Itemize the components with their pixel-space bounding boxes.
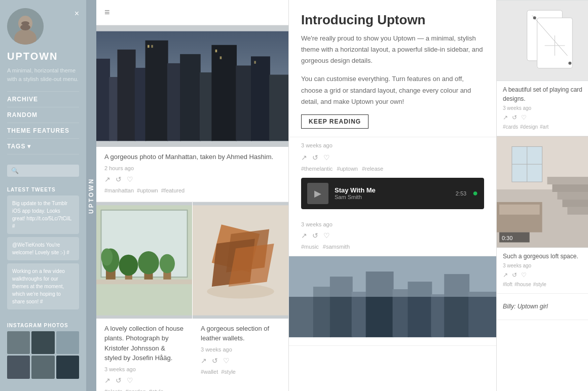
tweet-1: Big update to the Tumblr iOS app today. …	[7, 196, 79, 234]
tag-art[interactable]: #art	[540, 124, 548, 130]
plants-body: A lovely collection of house plants. Pho…	[96, 319, 192, 392]
tag-plants[interactable]: #plants	[104, 388, 122, 392]
tag-cards[interactable]: #cards	[503, 124, 518, 130]
music-player: ▶ Stay With Me Sam Smith 2:53 ●	[301, 178, 484, 209]
cards-reblog-icon[interactable]: ↺	[512, 114, 517, 121]
instagram-thumb-3[interactable]	[56, 331, 79, 354]
quote-text: Billy: Uptown girl	[503, 302, 588, 311]
svg-rect-14	[211, 45, 237, 141]
reblog-icon[interactable]: ↺	[116, 175, 122, 183]
sidebar-item-archive[interactable]: ARCHIVE	[7, 91, 79, 107]
column-3: A beautiful set of playing card designs.…	[497, 0, 588, 391]
svg-rect-7	[109, 77, 118, 141]
tag-uptown[interactable]: #uptown	[137, 187, 158, 193]
plants-share-icon[interactable]: ↗	[104, 376, 111, 384]
hamburger-icon[interactable]: ≡	[96, 0, 288, 25]
music-thumbnail: ▶	[307, 183, 328, 204]
svg-text:0:30: 0:30	[502, 235, 512, 241]
instagram-thumb-5[interactable]	[31, 356, 54, 378]
svg-rect-58	[289, 256, 496, 297]
tag-garden[interactable]: #garden	[125, 388, 145, 392]
svg-rect-75	[557, 192, 588, 200]
tag-design[interactable]: #design	[520, 124, 538, 130]
cards-like-icon[interactable]: ♡	[521, 114, 527, 121]
tag-style2[interactable]: #style	[221, 369, 236, 375]
tag-uptown2[interactable]: #uptown	[337, 166, 358, 172]
svg-rect-74	[553, 184, 589, 192]
loft-share-icon[interactable]: ↗	[503, 271, 508, 279]
post-grid: A lovely collection of house plants. Pho…	[96, 202, 288, 392]
svg-point-33	[160, 254, 175, 273]
svg-point-29	[119, 254, 138, 276]
instagram-section: INSTAGRAM PHOTOS	[7, 318, 79, 379]
sidebar-item-theme-features[interactable]: THEME FEATURES	[7, 123, 79, 139]
music-reblog-icon[interactable]: ↺	[312, 231, 318, 240]
tag-manhattan[interactable]: #manhattan	[104, 187, 134, 193]
svg-rect-13	[200, 72, 212, 141]
share-icon[interactable]: ↗	[104, 175, 111, 183]
intro-share-icon[interactable]: ↗	[301, 153, 307, 162]
music-time: 2:53	[456, 190, 466, 197]
play-icon[interactable]: ▶	[314, 188, 321, 199]
tag-style3[interactable]: #style	[533, 282, 546, 287]
loft-reblog-icon[interactable]: ↺	[512, 271, 517, 279]
keep-reading-button[interactable]: Keep Reading	[301, 114, 369, 129]
search-input[interactable]	[7, 165, 79, 177]
tag-loft[interactable]: #loft	[503, 282, 512, 287]
tag-release[interactable]: #release	[362, 166, 383, 172]
intro-reblog-icon[interactable]: ↺	[312, 153, 318, 162]
sidebar-nav: ARCHIVE RANDOM THEME FEATURES TAGS ▾	[7, 91, 79, 154]
svg-point-64	[568, 62, 571, 65]
instagram-thumb-4[interactable]	[7, 356, 30, 378]
tag-featured[interactable]: #featured	[161, 187, 185, 193]
svg-rect-21	[220, 56, 222, 59]
avatar	[7, 8, 44, 45]
tag-samsmith[interactable]: #samsmith	[323, 244, 350, 250]
instagram-thumb-2[interactable]	[31, 331, 54, 354]
like-icon[interactable]: ♡	[127, 175, 133, 183]
wallets-like-icon[interactable]: ♡	[223, 357, 230, 365]
tag-themelantic[interactable]: #themelantic	[301, 166, 333, 172]
svg-rect-73	[547, 177, 588, 184]
music-share-icon[interactable]: ↗	[301, 231, 307, 240]
wallets-reblog-icon[interactable]: ↺	[212, 357, 218, 365]
music-like-icon[interactable]: ♡	[323, 231, 330, 240]
svg-rect-9	[135, 68, 146, 141]
tag-style1[interactable]: #style	[149, 388, 164, 392]
intro-title: Introducing Uptown	[301, 12, 484, 28]
instagram-thumb-1[interactable]	[7, 331, 30, 354]
plants-reblog-icon[interactable]: ↺	[116, 376, 122, 384]
manhattan-image	[96, 25, 288, 147]
quote-card: Billy: Uptown girl	[497, 294, 588, 320]
grid-posts: A lovely collection of house plants. Pho…	[96, 202, 288, 392]
svg-rect-77	[567, 207, 588, 215]
tag-wallet[interactable]: #wallet	[201, 369, 218, 375]
post-manhattan-body: A gorgeous photo of Manhattan, taken by …	[96, 147, 288, 193]
cards-share-icon[interactable]: ↗	[503, 114, 508, 121]
wallets-share-icon[interactable]: ↗	[201, 357, 207, 365]
instagram-grid	[7, 331, 79, 379]
loft-like-icon[interactable]: ♡	[521, 271, 527, 279]
plants-like-icon[interactable]: ♡	[127, 376, 133, 384]
intro-like-icon[interactable]: ♡	[323, 153, 330, 162]
card-playing-cards: A beautiful set of playing card designs.…	[497, 0, 588, 136]
svg-rect-76	[562, 200, 588, 207]
instagram-label: INSTAGRAM PHOTOS	[7, 323, 79, 328]
svg-rect-17	[269, 74, 288, 141]
column-2: Introducing Uptown We're really proud to…	[289, 0, 497, 391]
svg-point-63	[533, 16, 536, 19]
loft-caption: Such a gorgeous loft space.	[503, 252, 588, 261]
tag-music[interactable]: #music	[301, 244, 319, 250]
sidebar-item-tags[interactable]: TAGS ▾	[7, 139, 79, 154]
wallets-caption: A gorgeous selection of leather wallets.	[201, 324, 280, 343]
close-icon[interactable]: ×	[75, 9, 79, 18]
sidebar-item-random[interactable]: RANDOM	[7, 107, 79, 123]
wallets-time: 3 weeks ago	[201, 346, 280, 353]
svg-point-31	[138, 251, 159, 274]
loft-actions: ↗ ↺ ♡	[503, 271, 588, 279]
tag-house[interactable]: #house	[514, 282, 531, 287]
svg-point-40	[207, 284, 274, 298]
sidebar-description: A minimal, horizontal theme with a styli…	[7, 66, 79, 83]
playing-cards-caption: A beautiful set of playing card designs.	[503, 85, 588, 103]
instagram-thumb-6[interactable]	[56, 356, 79, 378]
